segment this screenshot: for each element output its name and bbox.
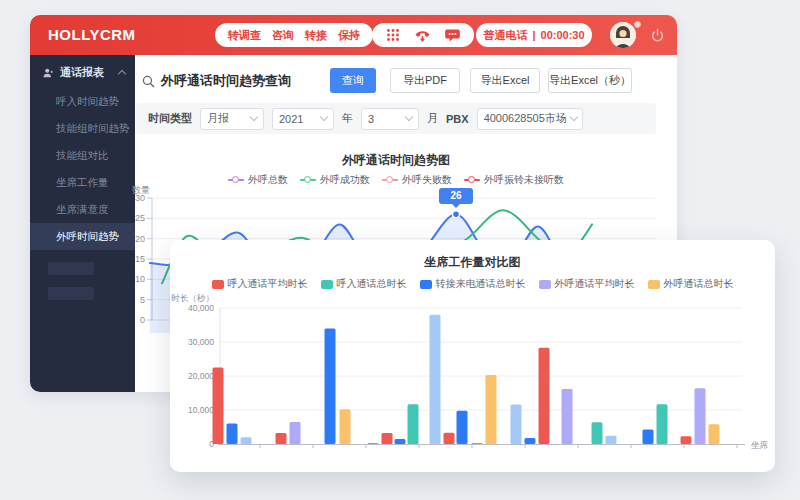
svg-text:30,000: 30,000 [188,337,214,347]
export-pdf-button[interactable]: 导出PDF [390,68,460,93]
sidebar-item-inbound-trend[interactable]: 呼入时间趋势 [30,88,135,115]
power-icon[interactable] [650,28,665,43]
people-icon [42,67,54,79]
svg-text:数量: 数量 [132,185,150,195]
svg-text:10: 10 [135,274,145,284]
page-title: 外呼通话时间趋势查询 [142,72,291,90]
consult-button[interactable]: 咨询 [272,28,294,43]
line-legend-marker [464,176,480,184]
chevron-down-icon [320,113,328,121]
svg-text:坐席: 坐席 [751,440,769,450]
avatar[interactable] [610,22,636,48]
export-excel-button[interactable]: 导出Excel [470,68,540,93]
hold-button[interactable]: 保持 [338,28,360,43]
sidebar-item-skillgroup-trend[interactable]: 技能组时间趋势 [30,115,135,142]
line-chart-title: 外呼通话时间趋势图 [136,152,656,169]
svg-text:25: 25 [135,213,145,223]
chart-tooltip: 26 [439,188,473,204]
svg-text:20,000: 20,000 [188,371,214,381]
call-actions-pill: 转调查 咨询 转接 保持 [215,23,373,47]
page-title-text: 外呼通话时间趋势查询 [161,72,291,90]
year-unit-label: 年 [342,111,353,126]
avatar-status-dot [634,21,641,28]
grid-icon[interactable] [386,28,400,42]
sidebar-skeleton-block [48,262,94,275]
svg-text:20: 20 [135,234,145,244]
line-legend-marker [228,176,244,184]
chevron-down-icon [250,113,258,121]
sidebar-skeleton-block [48,287,94,300]
chevron-down-icon [570,113,578,121]
chevron-down-icon [405,113,413,121]
agent-workload-card: 坐席工作量对比图 呼入通话平均时长 呼入通话总时长 转接来电通话总时长 外呼通话… [170,240,775,472]
svg-text:0: 0 [140,315,145,325]
phone-incoming-icon[interactable] [414,28,431,43]
chat-icon[interactable] [445,28,460,43]
top-bar: HOLLYCRM 转调查 咨询 转接 保持 [30,15,677,55]
time-type-label: 时间类型 [148,111,192,126]
svg-text:10,000: 10,000 [188,405,214,415]
year-select[interactable]: 2021 [272,108,334,130]
line-legend-marker [382,176,398,184]
sidebar-group-call-reports[interactable]: 通话报表 [30,55,135,88]
transfer-button[interactable]: 转接 [305,28,327,43]
avatar-image [610,22,636,48]
svg-text:5: 5 [140,295,145,305]
export-excel-sec-button[interactable]: 导出Excel（秒） [548,68,632,93]
call-status-pill[interactable]: 普通电话 | 00:00:30 [476,23,592,47]
app-logo: HOLLYCRM [48,15,136,55]
transfer-survey-button[interactable]: 转调查 [228,28,261,43]
filter-bar: 时间类型 月报 2021 年 3 月 PBX 4000628505市场 [136,103,656,134]
call-status-divider: | [532,29,535,41]
pbx-select[interactable]: 4000628505市场 [477,108,583,130]
svg-text:40,000: 40,000 [188,303,214,313]
call-timer: 00:00:30 [541,29,585,41]
month-unit-label: 月 [427,111,438,126]
pbx-label: PBX [446,113,469,125]
search-icon [142,75,155,88]
search-button[interactable]: 查询 [330,68,376,93]
bar-chart-canvas: 010,00020,00030,00040,000时长（秒）坐席 [170,240,775,472]
call-tools-pill [372,23,474,47]
svg-text:时长（秒）: 时长（秒） [172,293,215,303]
sidebar-item-skillgroup-compare[interactable]: 技能组对比 [30,142,135,169]
sidebar-group-label: 通话报表 [60,65,104,80]
svg-text:15: 15 [135,254,145,264]
time-type-select[interactable]: 月报 [200,108,264,130]
line-legend-marker [300,176,316,184]
chevron-up-icon [118,70,126,78]
call-mode-label: 普通电话 [483,28,527,43]
month-select[interactable]: 3 [361,108,419,130]
